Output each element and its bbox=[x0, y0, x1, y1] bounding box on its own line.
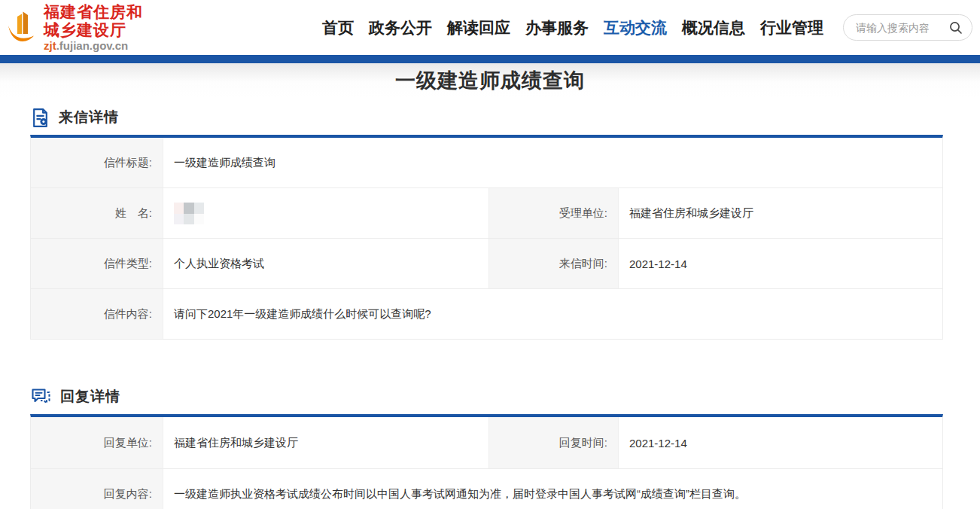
table-row: 信件内容: 请问下2021年一级建造师成绩什么时候可以查询呢? bbox=[31, 289, 942, 340]
site-url: zjt.fujian.gov.cn bbox=[44, 39, 155, 52]
main-content: 来信详情 信件标题: 一级建造师成绩查询 姓 名: 受理单位: 福建省住房和城乡… bbox=[30, 107, 943, 509]
nav-item-home[interactable]: 首页 bbox=[322, 17, 354, 38]
nav-item-services[interactable]: 办事服务 bbox=[525, 17, 589, 38]
letter-section-title: 来信详情 bbox=[59, 108, 119, 127]
letter-date-value: 2021-12-14 bbox=[618, 239, 942, 288]
table-row: 姓 名: 受理单位: 福建省住房和城乡建设厅 bbox=[31, 188, 942, 239]
reply-unit-value: 福建省住房和城乡建设厅 bbox=[163, 417, 488, 468]
letter-name-value bbox=[163, 188, 488, 238]
letter-section-header: 来信详情 bbox=[30, 107, 943, 128]
reply-unit-label: 回复单位: bbox=[31, 417, 163, 468]
table-row: 信件标题: 一级建造师成绩查询 bbox=[31, 138, 942, 188]
letter-document-icon bbox=[30, 108, 50, 128]
nav-item-gov-info[interactable]: 政务公开 bbox=[369, 17, 432, 38]
reply-date-label: 回复时间: bbox=[488, 417, 618, 468]
building-logo-icon bbox=[6, 11, 38, 45]
nav-item-overview[interactable]: 概况信息 bbox=[682, 17, 745, 38]
letter-type-label: 信件类型: bbox=[31, 239, 163, 288]
letter-type-value: 个人执业资格考试 bbox=[163, 239, 488, 288]
table-row: 回复单位: 福建省住房和城乡建设厅 回复时间: 2021-12-14 bbox=[31, 417, 942, 469]
nav-item-industry[interactable]: 行业管理 bbox=[760, 17, 823, 38]
letter-subject-label: 信件标题: bbox=[31, 138, 163, 187]
search-icon[interactable] bbox=[949, 21, 963, 35]
title-strip: 一级建造师成绩查询 bbox=[0, 63, 980, 97]
reply-bubbles-icon bbox=[30, 387, 52, 407]
org-name: 福建省住房和城乡建设厅 bbox=[44, 3, 155, 39]
search-box bbox=[843, 14, 972, 41]
nav-item-interpretation[interactable]: 解读回应 bbox=[447, 17, 510, 38]
main-nav: 首页 政务公开 解读回应 办事服务 互动交流 概况信息 行业管理 bbox=[322, 17, 823, 38]
letter-name-label: 姓 名: bbox=[31, 188, 163, 238]
reply-content-value: 一级建造师执业资格考试成绩公布时间以中国人事考试网通知为准，届时登录中国人事考试… bbox=[163, 469, 942, 509]
reply-section-title: 回复详情 bbox=[60, 387, 120, 407]
reply-date-value: 2021-12-14 bbox=[618, 417, 942, 468]
site-logo[interactable]: 福建省住房和城乡建设厅 zjt.fujian.gov.cn bbox=[6, 3, 155, 53]
accepting-unit-label: 受理单位: bbox=[488, 188, 618, 238]
letter-content-label: 信件内容: bbox=[31, 289, 163, 339]
redacted-name-blur bbox=[174, 203, 204, 224]
letter-subject-value: 一级建造师成绩查询 bbox=[163, 138, 942, 187]
page-title: 一级建造师成绩查询 bbox=[395, 67, 585, 94]
table-row: 回复内容: 一级建造师执业资格考试成绩公布时间以中国人事考试网通知为准，届时登录… bbox=[31, 469, 942, 509]
letter-date-label: 来信时间: bbox=[488, 239, 618, 288]
accepting-unit-value: 福建省住房和城乡建设厅 bbox=[618, 188, 942, 238]
site-header: 福建省住房和城乡建设厅 zjt.fujian.gov.cn 首页 政务公开 解读… bbox=[0, 0, 980, 55]
nav-item-interaction[interactable]: 互动交流 bbox=[604, 17, 667, 38]
letter-details-table: 信件标题: 一级建造师成绩查询 姓 名: 受理单位: 福建省住房和城乡建设厅 信… bbox=[30, 135, 943, 340]
header-divider-bar bbox=[0, 55, 980, 63]
reply-section-header: 回复详情 bbox=[30, 386, 943, 407]
letter-content-value: 请问下2021年一级建造师成绩什么时候可以查询呢? bbox=[163, 289, 942, 339]
search-input[interactable] bbox=[856, 22, 949, 34]
reply-details-table: 回复单位: 福建省住房和城乡建设厅 回复时间: 2021-12-14 回复内容:… bbox=[30, 414, 943, 509]
table-row: 信件类型: 个人执业资格考试 来信时间: 2021-12-14 bbox=[31, 239, 942, 289]
reply-content-label: 回复内容: bbox=[31, 469, 163, 509]
